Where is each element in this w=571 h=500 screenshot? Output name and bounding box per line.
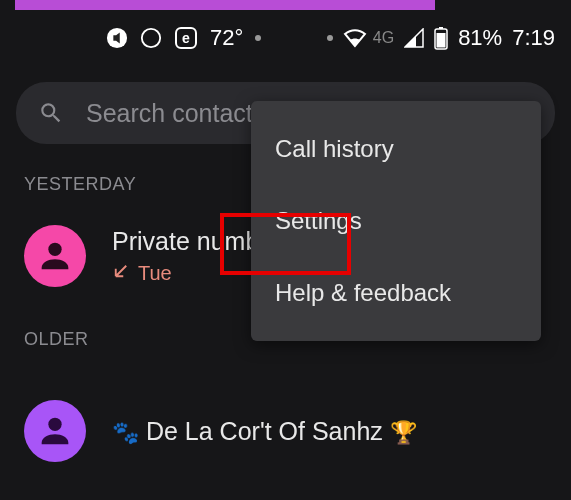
search-placeholder: Search contacts [86,99,265,128]
missed-call-icon [112,262,130,285]
svg-rect-5 [439,27,443,29]
accent-bar [15,0,435,10]
network-type-label: 4G [373,29,394,47]
overflow-menu: Call history Settings Help & feedback [251,101,541,341]
trophy-icon: 🏆 [390,420,417,445]
menu-item-settings[interactable]: Settings [251,185,541,257]
battery-percent-label: 81% [458,25,502,51]
notification-dot [255,35,261,41]
signal-icon [404,28,424,48]
svg-point-8 [48,418,61,431]
dnd-icon [140,27,162,49]
svg-point-7 [48,243,61,256]
wifi-icon [343,28,367,48]
svg-point-1 [142,29,160,47]
clock-label: 7:19 [512,25,555,51]
volume-icon [106,27,128,49]
call-name: 🐾 De La Cor't Of Sanhz 🏆 [112,417,547,446]
svg-text:e: e [182,30,190,46]
paw-icon: 🐾 [112,420,139,445]
app-icon: e [174,26,198,50]
call-day: Tue [138,262,172,285]
search-icon [38,100,64,126]
call-item[interactable]: 🐾 De La Cor't Of Sanhz 🏆 [0,368,571,474]
menu-item-call-history[interactable]: Call history [251,113,541,185]
battery-icon [434,26,448,50]
svg-rect-6 [437,33,446,48]
notification-dot [327,35,333,41]
avatar [24,225,86,287]
avatar [24,400,86,462]
status-bar: e 72° 4G 81% 7:19 [0,10,571,66]
menu-item-help[interactable]: Help & feedback [251,257,541,329]
temperature-label: 72° [210,25,243,51]
